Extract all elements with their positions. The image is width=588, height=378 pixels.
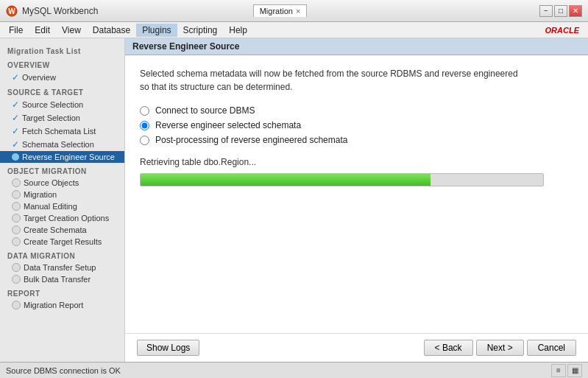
circle-icon [12,237,21,246]
circle-icon [12,202,21,211]
sidebar-item-bulk-data-transfer[interactable]: Bulk Data Transfer [0,273,124,285]
circle-icon [12,190,21,199]
active-dot-icon [12,153,19,161]
radio-connect-source-input[interactable] [140,106,149,116]
sidebar-item-migration[interactable]: Migration [0,189,124,200]
check-icon: ✓ [12,99,19,110]
check-icon: ✓ [12,113,19,123]
sidebar-item-migration-report[interactable]: Migration Report [0,299,124,311]
status-text: Retrieving table dbo.Region... [140,157,573,167]
sidebar-item-label: Source Selection [22,100,83,109]
status-text: Source DBMS connection is OK [6,366,121,375]
content-footer: Show Logs < Back Next > Cancel [125,333,588,362]
radio-post-processing-label: Post-processing of reverse engineered sc… [155,135,347,145]
sidebar-item-label: Data Transfer Setup [24,263,96,272]
sidebar-item-label: Target Creation Options [24,214,109,223]
sidebar-title: Migration Task List [0,43,124,57]
sidebar-item-source-objects[interactable]: Source Objects [0,177,124,189]
section-report: REPORT [0,285,124,299]
sidebar-item-label: Manual Editing [24,202,77,211]
radio-post-processing-input[interactable] [140,136,149,145]
sidebar-item-data-transfer-setup[interactable]: Data Transfer Setup [0,262,124,273]
radio-group: Connect to source DBMS Reverse engineer … [140,105,573,145]
sidebar-item-target-selection[interactable]: ✓ Target Selection [0,111,124,125]
radio-reverse-engineer: Reverse engineer selected schemata [140,120,573,130]
circle-icon [12,263,21,272]
sidebar-item-label: Overview [22,73,56,82]
close-button[interactable]: ✕ [569,5,582,17]
section-overview: OVERVIEW [0,57,124,71]
sidebar-item-schemata-selection[interactable]: ✓ Schemata Selection [0,138,124,151]
check-icon: ✓ [12,126,19,136]
sidebar-item-label: Reverse Engineer Source [22,153,115,161]
circle-icon [12,275,21,284]
sidebar-item-label: Source Objects [24,178,79,187]
back-button[interactable]: < Back [424,340,473,356]
oracle-logo: ORACLE [545,26,585,35]
show-logs-button[interactable]: Show Logs [137,340,199,356]
menu-plugins[interactable]: Plugins [136,24,177,37]
sidebar-item-overview[interactable]: ✓ Overview [0,71,124,84]
sidebar-item-manual-editing[interactable]: Manual Editing [0,200,124,212]
sidebar-item-target-creation-options[interactable]: Target Creation Options [0,212,124,224]
migration-tab[interactable]: Migration × [253,4,308,17]
cancel-button[interactable]: Cancel [527,340,576,356]
progress-bar-container [140,173,544,186]
status-icon-2: ▦ [567,364,582,377]
status-bar: Source DBMS connection is OK ≡ ▦ [0,362,588,378]
nav-buttons: < Back Next > Cancel [424,340,576,356]
svg-text:W: W [8,7,15,15]
window-controls: − □ ✕ [539,5,582,17]
content-header: Reverse Engineer Source [125,38,588,55]
sidebar-item-reverse-engineer[interactable]: Reverse Engineer Source [0,151,124,163]
sidebar-item-create-target-results[interactable]: Create Target Results [0,236,124,248]
title-bar: W MySQL Workbench Migration × − □ ✕ [0,0,588,22]
sidebar: Migration Task List OVERVIEW ✓ Overview … [0,38,125,362]
section-data-migration: DATA MIGRATION [0,248,124,262]
menu-file[interactable]: File [3,24,29,37]
check-icon: ✓ [12,139,19,150]
menu-help[interactable]: Help [223,24,253,37]
close-tab-icon[interactable]: × [296,7,300,15]
menu-view[interactable]: View [56,24,87,37]
sidebar-item-label: Migration [24,190,57,199]
circle-icon [12,178,21,187]
sidebar-item-source-selection[interactable]: ✓ Source Selection [0,98,124,111]
circle-icon [12,301,21,309]
sidebar-item-fetch-schemata[interactable]: ✓ Fetch Schemata List [0,125,124,138]
menu-bar: File Edit View Database Plugins Scriptin… [0,22,588,38]
minimize-button[interactable]: − [539,5,553,17]
menu-scripting[interactable]: Scripting [177,24,224,37]
circle-icon [12,214,21,223]
section-source-target: SOURCE & TARGET [0,84,124,98]
radio-reverse-engineer-input[interactable] [140,121,149,130]
sidebar-item-label: Target Selection [22,113,80,122]
status-icon-1: ≡ [551,364,566,377]
radio-post-processing: Post-processing of reverse engineered sc… [140,135,573,145]
check-icon: ✓ [12,72,19,83]
content-body: Selected schema metadata will now be fet… [125,55,588,333]
title-text: MySQL Workbench [22,6,253,16]
main-area: Migration Task List OVERVIEW ✓ Overview … [0,38,588,362]
content-area: Reverse Engineer Source Selected schema … [125,38,588,362]
menu-database[interactable]: Database [87,24,136,37]
sidebar-item-label: Schemata Selection [22,140,94,149]
sidebar-item-label: Migration Report [24,301,83,309]
maximize-button[interactable]: □ [554,5,567,17]
app-icon: W [6,5,18,17]
circle-icon [12,225,21,234]
status-icons: ≡ ▦ [551,364,582,377]
content-description: Selected schema metadata will now be fet… [140,67,573,94]
section-object-migration: OBJECT MIGRATION [0,163,124,177]
radio-connect-source-label: Connect to source DBMS [155,105,255,116]
sidebar-item-label: Fetch Schemata List [22,127,96,136]
sidebar-item-label: Create Schemata [24,225,87,234]
radio-connect-source: Connect to source DBMS [140,105,573,116]
menu-edit[interactable]: Edit [29,24,56,37]
sidebar-item-label: Bulk Data Transfer [24,275,91,284]
sidebar-item-label: Create Target Results [24,237,102,246]
next-button[interactable]: Next > [476,340,524,356]
progress-bar-fill [141,174,431,186]
sidebar-item-create-schemata[interactable]: Create Schemata [0,224,124,236]
radio-reverse-engineer-label: Reverse engineer selected schemata [155,120,301,130]
